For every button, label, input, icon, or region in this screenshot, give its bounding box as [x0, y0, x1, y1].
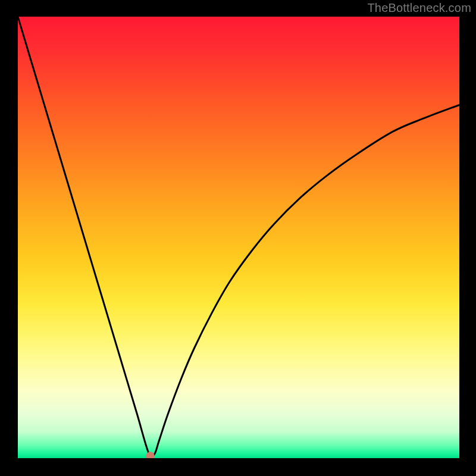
bottleneck-curve: [18, 17, 459, 457]
optimal-point-marker: [146, 452, 155, 458]
watermark-text: TheBottleneck.com: [367, 1, 471, 15]
plot-area: [18, 17, 459, 458]
bottleneck-curve-svg: [18, 17, 459, 458]
chart-container: TheBottleneck.com: [0, 0, 476, 476]
